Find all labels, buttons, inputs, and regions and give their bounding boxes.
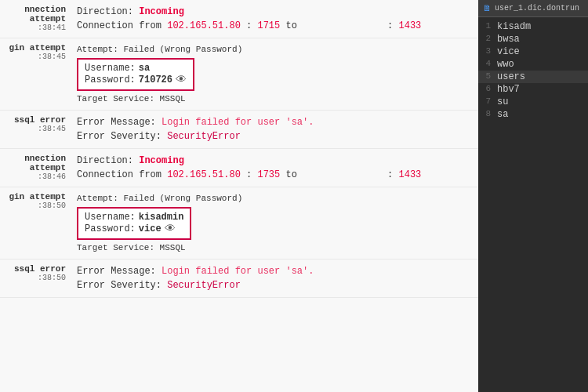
username-value-1: sa [139, 63, 150, 74]
log-content-3: Error Message: Login failed for user 'sa… [71, 114, 478, 145]
log-type-2: gin attempt [5, 43, 66, 53]
log-time-col-1: nnection attempt :38:41 [0, 3, 71, 34]
log-content-5: Attempt: Failed (Wrong Password) Usernam… [71, 191, 478, 256]
error-message-value-2: Login failed for user 'sa'. [162, 266, 314, 277]
log-type-6: ssql error [5, 264, 66, 274]
password-label-2: Password: [85, 223, 136, 234]
direction-value-2: Incoming [139, 155, 184, 166]
username-label-2: Username: [85, 212, 136, 223]
direction-line-1: Direction: Incoming [77, 5, 472, 19]
line-text: hbv7 [497, 84, 520, 95]
file-line: 3vice [478, 45, 588, 58]
line-number: 7 [478, 96, 497, 107]
file-content: 1kisadm2bwsa3vice4wwo5users6hbv77su8sa [478, 17, 588, 392]
log-content-1: Direction: Incoming Connection from 102.… [71, 3, 478, 34]
log-entry-4: nnection attempt :38:46 Direction: Incom… [0, 149, 478, 187]
source-port-2: 1735 [257, 169, 280, 180]
log-entry-1: nnection attempt :38:41 Direction: Incom… [0, 0, 478, 38]
source-port-1: 1715 [257, 20, 280, 31]
error-message-line-1: Error Message: Login failed for user 'sa… [77, 115, 472, 129]
log-type-1: nnection attempt [5, 5, 66, 24]
log-content-2: Attempt: Failed (Wrong Password) Usernam… [71, 42, 478, 107]
connection-line-2: Connection from 102.165.51.80 : 1735 to … [77, 168, 472, 182]
log-time-2: :38:45 [5, 53, 66, 61]
line-text: wwo [497, 59, 514, 70]
log-time-col-4: nnection attempt :38:46 [0, 152, 71, 183]
file-line: 8sa [478, 108, 588, 121]
dest-port-2: 1433 [399, 169, 422, 180]
log-type-5: gin attempt [5, 192, 66, 201]
line-number: 4 [478, 59, 497, 70]
line-number: 5 [478, 71, 497, 82]
log-time-col-5: gin attempt :38:50 [0, 191, 71, 256]
log-entry-5: gin attempt :38:50 Attempt: Failed (Wron… [0, 187, 478, 260]
log-time-col-2: gin attempt :38:45 [0, 42, 71, 107]
username-line-1: Username: sa [85, 63, 187, 74]
error-severity-line-2: Error Severity: SecurityError [77, 278, 472, 292]
line-number: 8 [478, 109, 497, 120]
password-value-1: 710726 [139, 74, 172, 85]
file-line: 7su [478, 96, 588, 108]
password-toggle-1[interactable]: 👁 [176, 74, 187, 86]
attempt-status-2: Attempt: Failed (Wrong Password) [77, 192, 472, 205]
credential-box-2: Username: kisadmin Password: vice 👁 [77, 207, 191, 240]
line-number: 1 [478, 21, 497, 32]
log-time-col-3: ssql error :38:45 [0, 114, 71, 145]
log-entry-2: gin attempt :38:45 Attempt: Failed (Wron… [0, 38, 478, 111]
line-text: vice [497, 46, 520, 57]
connection-line-1: Connection from 102.165.51.80 : 1715 to … [77, 19, 472, 33]
file-line: 4wwo [478, 58, 588, 71]
log-panel: nnection attempt :38:41 Direction: Incom… [0, 0, 478, 392]
source-ip-1: 102.165.51.80 [167, 20, 241, 31]
password-toggle-2[interactable]: 👁 [165, 223, 176, 235]
line-text: sa [497, 109, 508, 120]
file-tab[interactable]: 🗎 user_1.dic.dontrun [478, 0, 588, 17]
error-message-line-2: Error Message: Login failed for user 'sa… [77, 264, 472, 278]
log-entry-6: ssql error :38:50 Error Message: Login f… [0, 260, 478, 298]
line-number: 6 [478, 84, 497, 95]
log-time-4: :38:46 [5, 172, 66, 181]
line-number: 2 [478, 34, 497, 45]
direction-value-1: Incoming [139, 6, 184, 17]
file-panel: 🗎 user_1.dic.dontrun 1kisadm2bwsa3vice4w… [478, 0, 588, 392]
password-line-2: Password: vice 👁 [85, 223, 183, 235]
file-line: 1kisadm [478, 20, 588, 33]
log-content-6: Error Message: Login failed for user 'sa… [71, 263, 478, 294]
error-severity-line-1: Error Severity: SecurityError [77, 129, 472, 143]
password-line-1: Password: 710726 👁 [85, 74, 187, 86]
credential-box-1: Username: sa Password: 710726 👁 [77, 58, 194, 91]
error-severity-value-1: SecurityError [167, 131, 241, 142]
password-value-2: vice [139, 223, 162, 234]
line-text: su [497, 96, 508, 107]
file-line: 6hbv7 [478, 83, 588, 96]
log-type-4: nnection attempt [5, 154, 66, 172]
username-value-2: kisadmin [139, 212, 184, 223]
file-tab-icon: 🗎 [483, 3, 492, 13]
log-time-5: :38:50 [5, 201, 66, 210]
file-tab-name: user_1.dic.dontrun [495, 4, 579, 13]
error-message-value-1: Login failed for user 'sa'. [162, 117, 314, 128]
file-line: 5users [478, 71, 588, 83]
target-service-1: Target Service: MSSQL [77, 93, 472, 106]
direction-line-2: Direction: Incoming [77, 154, 472, 168]
log-time-col-6: ssql error :38:50 [0, 263, 71, 294]
log-time-1: :38:41 [5, 24, 66, 32]
line-number: 3 [478, 46, 497, 57]
log-content-4: Direction: Incoming Connection from 102.… [71, 152, 478, 183]
line-text: kisadm [497, 21, 531, 32]
source-ip-2: 102.165.51.80 [167, 169, 241, 180]
file-line: 2bwsa [478, 33, 588, 45]
username-label-1: Username: [85, 63, 136, 74]
log-entry-3: ssql error :38:45 Error Message: Login f… [0, 111, 478, 149]
username-line-2: Username: kisadmin [85, 212, 183, 223]
password-label-1: Password: [85, 74, 136, 85]
attempt-status-1: Attempt: Failed (Wrong Password) [77, 43, 472, 56]
log-time-3: :38:45 [5, 125, 66, 133]
dest-port-1: 1433 [399, 20, 422, 31]
line-text: users [497, 71, 525, 82]
error-severity-value-2: SecurityError [167, 280, 241, 291]
target-service-2: Target Service: MSSQL [77, 241, 472, 255]
line-text: bwsa [497, 34, 520, 45]
log-type-3: ssql error [5, 115, 66, 125]
log-time-6: :38:50 [5, 274, 66, 282]
